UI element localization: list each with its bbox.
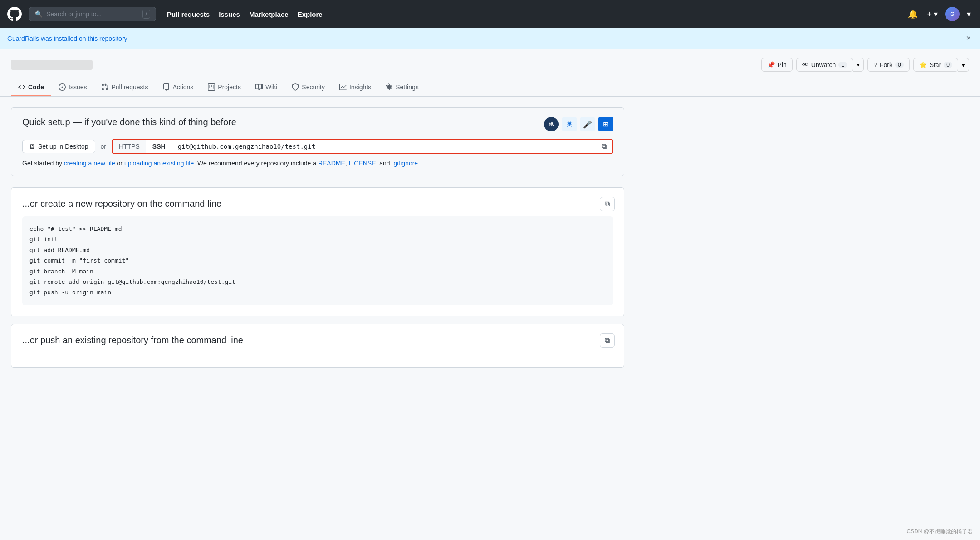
nav-marketplace[interactable]: Marketplace xyxy=(249,10,289,18)
csdn-watermark-text: CSDN @不想睡觉的橘子君 xyxy=(906,528,973,535)
tab-projects[interactable]: Projects xyxy=(201,79,248,96)
avatar[interactable]: G xyxy=(945,7,960,21)
url-bar-row: 🖥 Set up in Desktop or HTTPS SSH git@git… xyxy=(22,139,613,154)
star-icon: ⭐ xyxy=(919,61,927,68)
protocol-tabs: HTTPS SSH xyxy=(113,140,172,153)
unwatch-button[interactable]: 👁 Unwatch 1 xyxy=(796,58,853,72)
copy-cmd1-button[interactable]: ⧉ xyxy=(600,197,615,211)
banner-close-button[interactable]: × xyxy=(964,34,973,43)
global-nav: Pull requests Issues Marketplace Explore xyxy=(167,10,323,18)
https-tab[interactable]: HTTPS xyxy=(113,140,146,153)
eye-icon: 👁 xyxy=(802,61,808,68)
chevron-down-icon: ▾ xyxy=(967,9,971,19)
issue-icon xyxy=(59,83,66,91)
tab-wiki[interactable]: Wiki xyxy=(248,79,284,96)
gitignore-link[interactable]: .gitignore xyxy=(392,160,418,167)
global-header: 🔍 Search or jump to... / Pull requests I… xyxy=(0,0,980,28)
tab-security[interactable]: Security xyxy=(284,79,332,96)
setup-hint: Get started by creating a new file or up… xyxy=(22,160,613,167)
repo-header: 📌 Pin 👁 Unwatch 1 ▾ xyxy=(0,49,980,97)
actions-icon xyxy=(162,83,170,91)
copy-url-button[interactable]: ⧉ xyxy=(596,140,612,153)
nav-issues[interactable]: Issues xyxy=(219,10,240,18)
insights-icon xyxy=(339,83,347,91)
header-right: 🔔 + ▾ G ▾ xyxy=(906,7,973,21)
cmd-line-2: git init xyxy=(29,234,606,244)
nav-explore[interactable]: Explore xyxy=(298,10,323,18)
tab-actions-label: Actions xyxy=(172,83,193,91)
repo-title-row: 📌 Pin 👁 Unwatch 1 ▾ xyxy=(11,58,969,72)
plus-icon: + xyxy=(927,10,932,19)
tab-wiki-label: Wiki xyxy=(265,83,277,91)
cmd-line-6: git remote add origin git@github.com:gen… xyxy=(29,277,606,287)
lang-icon-button[interactable]: 英 xyxy=(562,117,577,131)
readme-link[interactable]: README xyxy=(318,160,345,167)
create-file-link[interactable]: creating a new file xyxy=(64,160,115,167)
tab-code[interactable]: Code xyxy=(11,79,51,96)
new-menu-button[interactable]: + ▾ xyxy=(925,7,940,21)
copy-cmd2-button[interactable]: ⧉ xyxy=(600,333,615,348)
repo-tabs: Code Issues Pull requests Actions xyxy=(11,79,969,96)
tab-settings[interactable]: Settings xyxy=(378,79,426,96)
quick-setup-header: Quick setup — if you've done this kind o… xyxy=(22,117,613,131)
avatar-dropdown-button[interactable]: ▾ xyxy=(965,7,973,21)
tab-insights-label: Insights xyxy=(349,83,371,91)
search-placeholder: Search or jump to... xyxy=(46,10,139,18)
unwatch-label: Unwatch xyxy=(811,61,836,68)
ssh-tab[interactable]: SSH xyxy=(146,140,172,153)
tab-issues[interactable]: Issues xyxy=(51,79,94,96)
csdn-watermark: CSDN @不想睡觉的橘子君 xyxy=(906,528,973,535)
fork-button[interactable]: ⑂ Fork 0 xyxy=(867,58,910,72)
repo-url[interactable]: git@github.com:gengzhihao10/test.git xyxy=(172,140,596,153)
search-box[interactable]: 🔍 Search or jump to... / xyxy=(29,7,156,21)
desktop-btn-label: Set up in Desktop xyxy=(38,143,88,150)
desktop-icon: 🖥 xyxy=(29,143,35,150)
quick-setup-box: Quick setup — if you've done this kind o… xyxy=(11,107,624,176)
fork-group: ⑂ Fork 0 xyxy=(867,58,910,72)
cmd-section2-title: ...or push an existing repository from t… xyxy=(22,335,613,345)
setup-desktop-button[interactable]: 🖥 Set up in Desktop xyxy=(22,140,95,153)
notifications-button[interactable]: 🔔 xyxy=(906,7,920,21)
repo-actions: 📌 Pin 👁 Unwatch 1 ▾ xyxy=(761,58,969,72)
breadcrumb xyxy=(11,60,93,70)
pin-button[interactable]: 📌 Pin xyxy=(761,58,793,72)
hint-text: Get started by xyxy=(22,160,64,167)
tab-pr-label: Pull requests xyxy=(111,83,148,91)
owner-blurred xyxy=(11,60,93,70)
grid-icon-button[interactable]: ⊞ xyxy=(598,117,613,131)
projects-icon xyxy=(208,83,215,91)
upload-file-link[interactable]: uploading an existing file xyxy=(124,160,194,167)
wiki-icon xyxy=(255,83,263,91)
unwatch-count: 1 xyxy=(838,62,847,68)
tab-actions[interactable]: Actions xyxy=(155,79,201,96)
hint-or: or xyxy=(115,160,124,167)
bell-icon: 🔔 xyxy=(908,9,918,19)
ifly-icon-button[interactable]: 讯 xyxy=(544,117,559,131)
tab-pull-requests[interactable]: Pull requests xyxy=(94,79,155,96)
mic-icon-button[interactable]: 🎤 xyxy=(580,117,595,131)
license-link[interactable]: LICENSE xyxy=(349,160,376,167)
pin-icon: 📌 xyxy=(767,61,775,68)
tab-projects-label: Projects xyxy=(218,83,241,91)
star-group: ⭐ Star 0 ▾ xyxy=(913,58,969,72)
tab-issues-label: Issues xyxy=(69,83,87,91)
fork-icon: ⑂ xyxy=(873,61,877,68)
main-content: Quick setup — if you've done this kind o… xyxy=(0,97,635,386)
tab-code-label: Code xyxy=(28,83,44,91)
fork-count: 0 xyxy=(895,62,904,68)
unwatch-dropdown-button[interactable]: ▾ xyxy=(853,58,864,72)
cmd-section-title: ...or create a new repository on the com… xyxy=(22,199,613,209)
tab-insights[interactable]: Insights xyxy=(332,79,378,96)
chevron-down-icon: ▾ xyxy=(934,9,938,19)
search-shortcut: / xyxy=(142,10,150,19)
cmd-line-3: git add README.md xyxy=(29,245,606,255)
quick-setup-ext-icons: 讯 英 🎤 ⊞ xyxy=(544,117,613,131)
security-icon xyxy=(292,83,299,91)
hint-end: . xyxy=(418,160,420,167)
guardrails-banner: GuardRails was installed on this reposit… xyxy=(0,28,980,49)
cmd-line-4: git commit -m "first commit" xyxy=(29,255,606,266)
star-button[interactable]: ⭐ Star 0 xyxy=(913,58,958,72)
star-dropdown-button[interactable]: ▾ xyxy=(958,58,969,72)
github-logo-icon[interactable] xyxy=(7,7,22,21)
nav-pull-requests[interactable]: Pull requests xyxy=(167,10,210,18)
